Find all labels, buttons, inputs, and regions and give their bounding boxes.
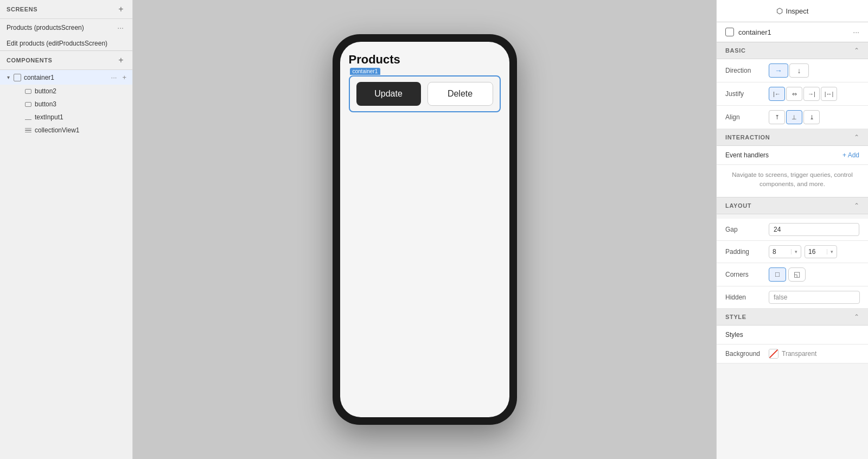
textinput1-icon bbox=[24, 113, 33, 122]
screens-title: SCREENS bbox=[7, 6, 37, 12]
corner-square-btn[interactable]: □ bbox=[769, 267, 786, 282]
button2-icon bbox=[24, 87, 33, 95]
collectionview1-label: collectionView1 bbox=[35, 126, 128, 134]
align-row: Align ⤒ ⊥ ⤓ bbox=[717, 106, 868, 129]
basic-title: BASIC bbox=[725, 47, 746, 54]
direction-vertical-btn[interactable]: ↓ bbox=[789, 63, 809, 78]
tree-item-textinput1[interactable]: ▸ textInput1 bbox=[11, 111, 132, 124]
padding-v-input[interactable] bbox=[769, 246, 791, 258]
corners-value: □ ◱ bbox=[769, 267, 859, 282]
components-section: COMPONENTS + ▾ container1 ··· + ▸ butt bbox=[0, 51, 132, 459]
layout-chevron[interactable]: ⌃ bbox=[854, 202, 859, 209]
screen-products-more[interactable]: ··· bbox=[115, 22, 126, 33]
padding-v-wrap: ▾ bbox=[769, 245, 801, 258]
interaction-section-header: INTERACTION ⌃ bbox=[717, 129, 868, 146]
button3-icon bbox=[24, 100, 33, 109]
align-label: Align bbox=[725, 113, 769, 121]
tree-item-container1[interactable]: ▾ container1 ··· + bbox=[0, 70, 132, 85]
delete-button[interactable]: Delete bbox=[427, 82, 493, 106]
corners-options: □ ◱ bbox=[769, 267, 859, 282]
screens-section: SCREENS + Products (productsScreen) ··· … bbox=[0, 0, 132, 51]
tree-toggle-container1[interactable]: ▾ bbox=[4, 74, 12, 81]
container1-more-btn[interactable]: ··· bbox=[110, 72, 119, 82]
update-button[interactable]: Update bbox=[356, 82, 421, 106]
basic-chevron[interactable]: ⌃ bbox=[854, 47, 859, 54]
components-add-button[interactable]: + bbox=[116, 55, 126, 65]
component-more-btn[interactable]: ··· bbox=[853, 28, 859, 36]
layout-section-header: LAYOUT ⌃ bbox=[717, 197, 868, 214]
screen-item-edit[interactable]: Edit products (editProductsScreen) bbox=[0, 36, 132, 50]
interaction-chevron[interactable]: ⌃ bbox=[854, 133, 859, 141]
tree-item-button3[interactable]: ▸ button3 bbox=[11, 98, 132, 111]
justify-label: Justify bbox=[725, 90, 769, 98]
style-title: STYLE bbox=[725, 314, 746, 320]
event-handlers-label: Event handlers bbox=[725, 151, 769, 159]
screens-header: SCREENS + bbox=[0, 0, 132, 19]
corners-label: Corners bbox=[725, 271, 769, 278]
right-panel: ⬡ Inspect container1 ··· BASIC ⌃ Directi… bbox=[716, 0, 868, 459]
collectionview1-icon bbox=[24, 126, 33, 135]
tree-item-collectionview1[interactable]: ▸ collectionView1 bbox=[11, 124, 132, 137]
styles-row: Styles bbox=[717, 326, 868, 345]
align-center-btn[interactable]: ⊥ bbox=[786, 110, 802, 124]
button2-label: button2 bbox=[35, 87, 128, 95]
padding-h-wrap: ▾ bbox=[805, 245, 837, 258]
container1-inner: Update Delete bbox=[352, 79, 497, 109]
hidden-value bbox=[769, 291, 860, 304]
align-top-btn[interactable]: ⤒ bbox=[769, 110, 785, 124]
container1-add-btn[interactable]: + bbox=[120, 72, 128, 82]
justify-center-btn[interactable]: ⇔ bbox=[786, 87, 802, 101]
direction-label: Direction bbox=[725, 67, 769, 74]
justify-start-btn[interactable]: |← bbox=[769, 87, 785, 101]
screen-products-label: Products (productsScreen) bbox=[7, 24, 115, 31]
corner-round-btn[interactable]: ◱ bbox=[788, 267, 806, 282]
basic-section-header: BASIC ⌃ bbox=[717, 42, 868, 59]
background-style[interactable]: Transparent bbox=[769, 349, 816, 359]
padding-row: Padding ▾ ▾ bbox=[717, 241, 868, 263]
components-title: COMPONENTS bbox=[7, 57, 52, 63]
align-value: ⤒ ⊥ ⤓ bbox=[769, 110, 859, 124]
justify-end-btn[interactable]: →| bbox=[803, 87, 820, 101]
padding-h-input[interactable] bbox=[805, 246, 827, 258]
style-chevron[interactable]: ⌃ bbox=[854, 313, 859, 321]
screen-item-products[interactable]: Products (productsScreen) ··· bbox=[0, 19, 132, 36]
justify-row: Justify |← ⇔ →| |↔| bbox=[717, 82, 868, 106]
container1-label: container1 bbox=[24, 74, 110, 81]
component-name-label: container1 bbox=[738, 28, 771, 36]
align-options: ⤒ ⊥ ⤓ bbox=[769, 110, 820, 124]
event-handlers-add-btn[interactable]: + Add bbox=[843, 151, 859, 159]
gap-value bbox=[769, 223, 859, 236]
justify-options: |← ⇔ →| |↔| bbox=[769, 87, 837, 101]
phone-content: Products container1 Update Delete bbox=[340, 42, 509, 121]
tree-item-button2[interactable]: ▸ button2 bbox=[11, 85, 132, 98]
justify-spread-btn[interactable]: |↔| bbox=[821, 87, 837, 101]
padding-inputs: ▾ ▾ bbox=[769, 245, 859, 258]
tree-toggle-collectionview1: ▸ bbox=[15, 126, 23, 134]
phone-screen: Products container1 Update Delete bbox=[340, 42, 509, 417]
inspect-tab-label: Inspect bbox=[786, 7, 809, 15]
textinput1-label: textInput1 bbox=[35, 113, 128, 121]
left-sidebar: SCREENS + Products (productsScreen) ··· … bbox=[0, 0, 133, 459]
padding-label: Padding bbox=[725, 248, 769, 256]
event-handlers-desc: Navigate to screens, trigger queries, co… bbox=[717, 165, 868, 197]
tree-toggle-button3: ▸ bbox=[15, 100, 23, 108]
background-value: Transparent bbox=[769, 349, 859, 359]
components-header: COMPONENTS + bbox=[0, 51, 132, 70]
tree-toggle-textinput1: ▸ bbox=[15, 113, 23, 121]
container1-children: ▸ button2 ▸ button3 ▸ textInput bbox=[0, 85, 132, 137]
container1-preview[interactable]: container1 Update Delete bbox=[349, 75, 501, 112]
hidden-label: Hidden bbox=[725, 294, 769, 301]
corners-row: Corners □ ◱ bbox=[717, 263, 868, 286]
interaction-section: Event handlers + Add Navigate to screens… bbox=[717, 146, 868, 197]
align-bottom-btn[interactable]: ⤓ bbox=[803, 110, 820, 124]
inspect-tab[interactable]: ⬡ Inspect bbox=[717, 0, 868, 22]
hidden-input[interactable] bbox=[769, 291, 860, 304]
component-header-left: container1 bbox=[725, 28, 771, 36]
main-canvas: Products container1 Update Delete bbox=[133, 0, 716, 459]
container1-preview-label: container1 bbox=[350, 68, 381, 75]
screens-add-button[interactable]: + bbox=[116, 4, 126, 14]
padding-h-dropdown[interactable]: ▾ bbox=[827, 249, 837, 254]
padding-v-dropdown[interactable]: ▾ bbox=[791, 249, 801, 254]
gap-input[interactable] bbox=[769, 223, 859, 236]
direction-horizontal-btn[interactable]: → bbox=[769, 63, 788, 78]
